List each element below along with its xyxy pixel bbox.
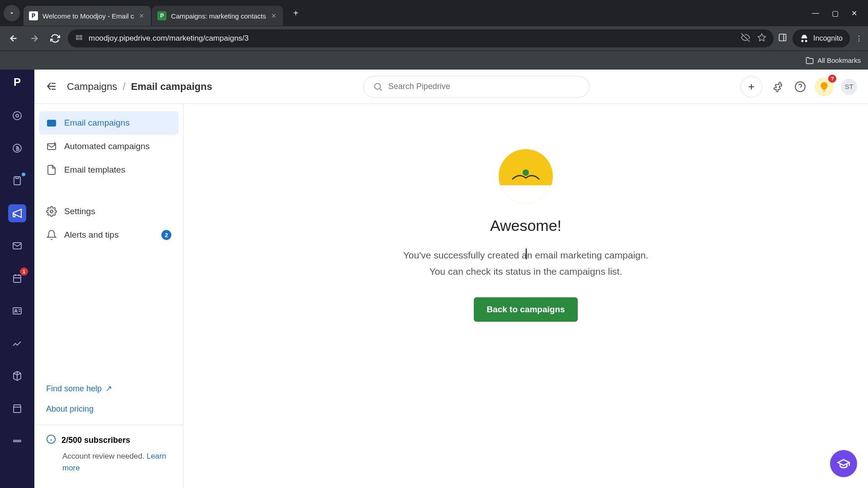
back-button[interactable] <box>5 30 22 47</box>
new-tab-button[interactable]: + <box>288 5 304 21</box>
mail-icon <box>46 117 57 128</box>
maximize-icon[interactable]: ▢ <box>832 9 839 18</box>
nav-rail-projects[interactable] <box>8 172 26 190</box>
sidebar-item-email-campaigns[interactable]: Email campaigns <box>39 111 179 135</box>
svg-marker-5 <box>758 34 766 41</box>
nav-rail-deals[interactable] <box>8 139 26 157</box>
browser-tab[interactable]: P Campaigns: marketing contacts × <box>152 6 283 26</box>
user-avatar[interactable]: ST <box>841 79 857 95</box>
search-box[interactable] <box>363 76 590 98</box>
close-window-icon[interactable]: ✕ <box>851 9 857 18</box>
bookmarks-bar: All Bookmarks <box>0 51 868 70</box>
alerts-badge: 2 <box>161 230 171 240</box>
sidebar-item-automated-campaigns[interactable]: Automated campaigns <box>39 135 179 158</box>
tab-close-icon[interactable]: × <box>137 12 146 20</box>
sidebar-item-label: Settings <box>64 206 95 216</box>
nav-rail-more[interactable] <box>8 432 26 450</box>
help-icon[interactable] <box>793 80 807 94</box>
url-bar[interactable]: moodjoy.pipedrive.com/marketing/campaign… <box>68 29 774 47</box>
svg-rect-11 <box>14 177 20 185</box>
svg-point-19 <box>374 83 380 89</box>
tips-badge: ? <box>828 75 836 83</box>
tab-favicon: P <box>29 11 38 20</box>
quick-add-button[interactable]: + <box>741 76 762 98</box>
svg-point-8 <box>16 114 19 117</box>
activities-badge: 1 <box>20 267 28 276</box>
bookmark-star-icon[interactable] <box>757 33 766 44</box>
svg-point-9 <box>13 112 21 120</box>
notification-dot <box>22 173 25 176</box>
all-bookmarks-label: All Bookmarks <box>817 56 861 64</box>
success-headline: Awesome! <box>490 217 561 235</box>
external-link-icon: ↗ <box>105 384 112 394</box>
nav-rail-products[interactable] <box>8 367 26 385</box>
breadcrumb-root[interactable]: Campaigns <box>67 81 117 92</box>
browser-tab-active[interactable]: P Welcome to Moodjoy - Email c × <box>24 6 151 26</box>
text-cursor <box>526 249 527 259</box>
app-body: Email campaigns Automated campaigns Emai… <box>34 104 868 488</box>
campaigns-sidebar: Email campaigns Automated campaigns Emai… <box>34 104 184 488</box>
browser-toolbar: moodjoy.pipedrive.com/marketing/campaign… <box>0 26 868 51</box>
search-icon <box>373 82 383 92</box>
sidebar-toggle-icon[interactable] <box>45 80 58 93</box>
svg-rect-2 <box>76 38 79 40</box>
subscriber-info-box: 2/500 subscribers Account review needed.… <box>34 425 183 474</box>
sidebar-item-label: Email templates <box>64 165 125 175</box>
template-icon <box>46 164 57 175</box>
reload-button[interactable] <box>47 30 63 47</box>
search-input[interactable] <box>388 82 580 91</box>
tab-search-dropdown[interactable] <box>4 5 20 21</box>
svg-rect-1 <box>80 36 82 37</box>
all-bookmarks-button[interactable]: All Bookmarks <box>806 56 861 65</box>
app-root: P 1 <box>0 70 868 488</box>
chrome-menu-icon[interactable]: ⋮ <box>855 34 863 43</box>
sidebar-item-email-templates[interactable]: Email templates <box>39 158 179 182</box>
subscriber-count: 2/500 subscribers <box>61 436 130 445</box>
nav-rail-mail[interactable] <box>8 237 26 255</box>
nav-rail-marketplace[interactable] <box>8 399 26 418</box>
nav-rail-campaigns[interactable] <box>8 204 26 222</box>
info-icon <box>46 434 56 446</box>
breadcrumb-current: Email campaigns <box>131 81 212 92</box>
find-help-link[interactable]: Find some help ↗ <box>46 384 171 394</box>
lightbulb-icon <box>819 82 829 92</box>
sidebar-item-label: Automated campaigns <box>64 141 150 151</box>
svg-point-17 <box>16 440 18 442</box>
nav-rail-insights[interactable] <box>8 334 26 352</box>
site-settings-icon[interactable] <box>75 33 83 43</box>
help-fab[interactable] <box>830 450 857 477</box>
nav-rail-leads[interactable] <box>8 107 26 125</box>
tips-button[interactable]: ? <box>815 77 834 96</box>
svg-rect-13 <box>14 275 21 282</box>
subtext-line2: You can check its status in the campaign… <box>403 263 649 280</box>
svg-point-15 <box>15 310 17 311</box>
nav-rail-activities[interactable]: 1 <box>8 269 26 287</box>
incognito-label: Incognito <box>813 34 843 42</box>
svg-point-18 <box>19 440 21 442</box>
browser-tab-strip: P Welcome to Moodjoy - Email c × P Campa… <box>0 0 868 26</box>
pipedrive-logo[interactable]: P <box>14 76 21 89</box>
sidebar-item-settings[interactable]: Settings <box>39 200 179 223</box>
eye-off-icon[interactable] <box>741 33 750 44</box>
breadcrumb-separator: / <box>123 81 125 92</box>
breadcrumb: Campaigns / Email campaigns <box>67 81 212 93</box>
help-link-label: Find some help <box>46 384 102 394</box>
svg-rect-6 <box>779 34 786 41</box>
back-to-campaigns-button[interactable]: Back to campaigns <box>474 297 577 322</box>
side-panel-icon[interactable] <box>778 33 787 44</box>
tab-favicon: P <box>157 11 166 20</box>
incognito-chip[interactable]: Incognito <box>793 29 850 47</box>
about-pricing-link[interactable]: About pricing <box>46 404 171 414</box>
forward-button[interactable] <box>26 30 42 47</box>
svg-rect-3 <box>80 38 82 40</box>
bell-icon <box>46 230 57 240</box>
window-controls: — ▢ ✕ <box>812 9 864 18</box>
minimize-icon[interactable]: — <box>812 9 819 18</box>
app-header: Campaigns / Email campaigns + ? <box>34 70 868 104</box>
svg-point-16 <box>14 440 15 442</box>
automated-icon <box>46 141 57 152</box>
nav-rail-contacts[interactable] <box>8 302 26 320</box>
tab-close-icon[interactable]: × <box>269 12 278 20</box>
sidebar-item-alerts[interactable]: Alerts and tips 2 <box>39 223 179 247</box>
extensions-icon[interactable] <box>771 80 786 94</box>
